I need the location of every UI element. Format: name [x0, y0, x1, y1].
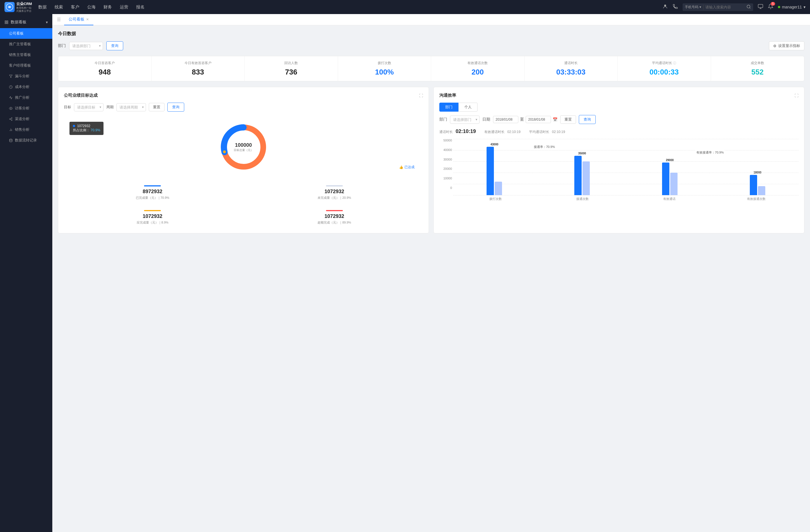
stat-revisit: 回访人数 736 [245, 56, 338, 81]
svg-point-12 [10, 119, 11, 119]
today-query-button[interactable]: 查询 [106, 41, 123, 50]
search-icon[interactable] [746, 4, 751, 10]
comm-tabs: 部门 个人 [439, 103, 798, 112]
goal-select[interactable]: 请选择目标 [74, 103, 103, 111]
nav-operations[interactable]: 运营 [120, 4, 128, 10]
phone-icon[interactable] [673, 4, 678, 11]
stat-first-consult: 今日首咨客户 948 [58, 56, 151, 81]
svg-line-15 [11, 118, 12, 119]
x-label-eff-connect: 有效接通次数 [714, 197, 798, 201]
search-input[interactable] [706, 5, 745, 9]
stat-deals: 成交单数 552 [711, 56, 804, 81]
sidebar-item-promo-mgr[interactable]: 推广主管看板 [0, 39, 52, 49]
stats-row: 今日首咨客户 948 今日有效首咨客户 833 回访人数 736 拨打次数 10… [58, 56, 804, 81]
grid-line-0 [453, 195, 798, 196]
avg-call-value: 02:10:19 [552, 130, 565, 134]
date-to-input[interactable] [526, 116, 551, 123]
svg-line-14 [11, 119, 12, 120]
sidebar-item-cost[interactable]: 成本分析 [0, 82, 52, 92]
period-label: 周期 [106, 105, 114, 110]
monitor-icon[interactable] [758, 4, 763, 11]
person-icon[interactable] [662, 4, 668, 11]
sidebar-collapse-icon[interactable]: ▾ [46, 20, 48, 24]
svg-marker-8 [9, 75, 12, 78]
sidebar-section-header[interactable]: 数据看板 ▾ [0, 16, 52, 28]
goal-expand-icon[interactable]: ⛶ [419, 93, 423, 98]
comm-dept-select[interactable]: 请选择部门 [450, 116, 480, 124]
search-type-select[interactable]: 手机号码 ▾ [685, 5, 704, 10]
settings-icon: ⚙ [773, 44, 777, 48]
comm-tab-dept[interactable]: 部门 [439, 103, 458, 112]
x-axis-labels: 拨打次数 接通次数 有效通话 有效接通次数 [439, 197, 798, 201]
goal-reset-button[interactable]: 重置 [149, 103, 164, 111]
bars-container: 43000 35000 [439, 139, 798, 195]
sidebar-item-promo-analysis[interactable]: 推广分析 [0, 92, 52, 103]
sidebar-item-sales-mgr[interactable]: 销售主管看板 [0, 49, 52, 60]
nav-data[interactable]: 数据 [38, 4, 47, 10]
online-status [778, 6, 780, 8]
goal-stat-incomplete: 1072932 未完成量（元）｜20.9% [246, 182, 423, 203]
period-select[interactable]: 请选择周期 [116, 103, 146, 111]
bar-label-35000: 35000 [578, 152, 586, 155]
nav-leads[interactable]: 线索 [54, 4, 63, 10]
bar-connect-light [582, 161, 590, 195]
goal-query-button[interactable]: 查询 [167, 103, 184, 112]
goal-chart-area: 1072932 所占比例： 70.9% [64, 116, 423, 178]
donut-center-label: 100000 目标总量（元） [234, 142, 254, 152]
x-label-dial: 拨打次数 [453, 197, 538, 201]
tab-close-icon[interactable]: ✕ [86, 17, 89, 21]
nav-finance[interactable]: 财务 [103, 4, 112, 10]
goal-stat-should-complete: 1072932 应完成量（元）｜8.9% [64, 207, 241, 228]
stat-avg-duration: 平均通话时长 ⓘ 00:00:33 [618, 56, 711, 81]
svg-rect-4 [5, 21, 6, 22]
sidebar-item-client-mgr[interactable]: 客户经理看板 [0, 60, 52, 71]
comm-tab-personal[interactable]: 个人 [458, 103, 477, 112]
bar-effective-light [670, 173, 678, 195]
stat-bar-incomplete [326, 185, 343, 186]
effective-call-value: 02:10:19 [507, 130, 521, 134]
settings-display-button[interactable]: ⚙ 设置显示指标 [769, 41, 804, 50]
dept-select[interactable]: 请选择部门 [69, 42, 103, 50]
comm-reset-button[interactable]: 重置 [560, 115, 576, 124]
tab-company-board[interactable]: 公司看板 ✕ [64, 14, 93, 25]
dept-select-wrapper: 请选择部门 ▾ [69, 42, 103, 50]
sidebar-item-company-board[interactable]: 公司看板 [0, 28, 52, 39]
date-from-input[interactable] [493, 116, 518, 123]
sidebar-item-sales[interactable]: 销售分析 [0, 124, 52, 135]
goal-filters: 目标 请选择目标 ▾ 周期 请选择周期 ▾ [64, 103, 423, 112]
donut-tooltip: 1072932 所占比例： 70.9% [69, 122, 103, 135]
svg-point-1 [664, 4, 666, 6]
bar-group-effective: 29000 有效接通率：70.9% [629, 139, 711, 195]
tab-toggle-icon[interactable]: ☰ [57, 17, 61, 22]
user-info[interactable]: manager11 ▾ [778, 5, 806, 9]
svg-point-10 [11, 108, 11, 109]
nav-customer[interactable]: 客户 [71, 4, 79, 10]
goal-panel-title: 公司业绩目标达成 [64, 93, 98, 98]
goal-stats: 8972932 已完成量（元）｜70.9% 1072932 未完成量（元）｜20… [64, 182, 423, 228]
date-range: 至 📅 [493, 116, 557, 123]
calendar-icon[interactable]: 📅 [553, 117, 557, 122]
comm-query-button[interactable]: 查询 [579, 115, 596, 124]
stat-effective-calls: 有效通话次数 200 [431, 56, 524, 81]
comm-panel-header: 沟通效率 ⛶ [439, 93, 798, 98]
search-box: 手机号码 ▾ [683, 3, 753, 11]
goal-panel-header: 公司业绩目标达成 ⛶ [64, 93, 423, 98]
comm-expand-icon[interactable]: ⛶ [795, 93, 798, 98]
avg-duration-help-icon: ⓘ [673, 61, 676, 65]
svg-rect-6 [5, 22, 6, 23]
comm-panel: 沟通效率 ⛶ 部门 个人 部门 请选择部门 [433, 87, 804, 233]
nav-public[interactable]: 公海 [87, 4, 96, 10]
stat-bar-should [144, 210, 161, 211]
bar-label-29000: 29000 [666, 159, 674, 162]
avg-call-label: 平均通话时长 [529, 130, 549, 134]
sidebar-item-channel[interactable]: 渠道分析 [0, 114, 52, 124]
sidebar-item-funnel[interactable]: 漏斗分析 [0, 71, 52, 82]
stat-effective-consult: 今日有效首咨客户 833 [151, 56, 245, 81]
sidebar-item-visitor[interactable]: 访客分析 [0, 103, 52, 114]
notification-icon[interactable]: 5 [768, 4, 774, 11]
nav-registration[interactable]: 报名 [136, 4, 145, 10]
bar-eff-connect-blue [750, 175, 757, 195]
sidebar-item-data-flow[interactable]: 数据流转记录 [0, 135, 52, 146]
comm-dept-label: 部门 [439, 117, 447, 122]
logo-icon [4, 2, 15, 12]
